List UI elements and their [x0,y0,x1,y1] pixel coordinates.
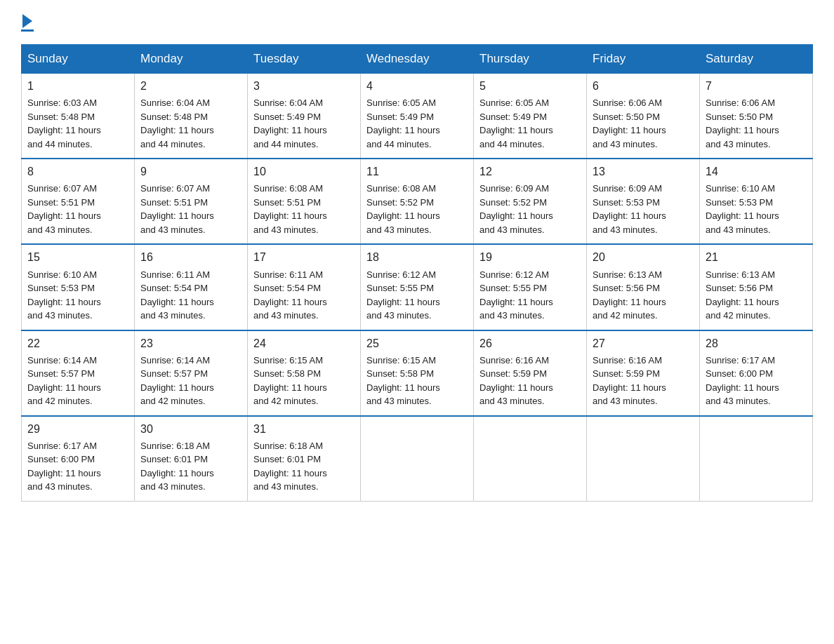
calendar-cell: 15Sunrise: 6:10 AMSunset: 5:53 PMDayligh… [22,244,135,330]
day-info: Sunrise: 6:05 AMSunset: 5:49 PMDaylight:… [366,96,468,151]
day-info: Sunrise: 6:03 AMSunset: 5:48 PMDaylight:… [27,96,128,151]
day-number: 8 [27,163,128,180]
day-info: Sunrise: 6:04 AMSunset: 5:49 PMDaylight:… [253,96,355,151]
day-number: 23 [140,335,241,351]
calendar-cell: 24Sunrise: 6:15 AMSunset: 5:58 PMDayligh… [248,330,361,416]
day-number: 24 [253,335,355,351]
day-info: Sunrise: 6:18 AMSunset: 6:01 PMDaylight:… [140,439,241,494]
day-info: Sunrise: 6:06 AMSunset: 5:50 PMDaylight:… [593,96,694,151]
day-number: 11 [366,163,468,180]
calendar-cell: 28Sunrise: 6:17 AMSunset: 6:00 PMDayligh… [700,330,813,416]
calendar-cell: 2Sunrise: 6:04 AMSunset: 5:48 PMDaylight… [135,74,248,159]
calendar-header-saturday: Saturday [700,45,813,74]
day-number: 31 [253,421,355,437]
calendar-cell: 17Sunrise: 6:11 AMSunset: 5:54 PMDayligh… [248,244,361,330]
calendar-header-wednesday: Wednesday [361,45,474,74]
calendar-header-sunday: Sunday [22,45,135,74]
day-info: Sunrise: 6:14 AMSunset: 5:57 PMDaylight:… [140,354,241,408]
day-info: Sunrise: 6:15 AMSunset: 5:58 PMDaylight:… [253,354,355,408]
calendar-cell: 14Sunrise: 6:10 AMSunset: 5:53 PMDayligh… [700,159,813,244]
day-info: Sunrise: 6:04 AMSunset: 5:48 PMDaylight:… [140,96,241,151]
calendar-cell: 31Sunrise: 6:18 AMSunset: 6:01 PMDayligh… [248,416,361,502]
day-info: Sunrise: 6:10 AMSunset: 5:53 PMDaylight:… [706,182,807,236]
day-number: 26 [479,335,581,351]
day-info: Sunrise: 6:17 AMSunset: 6:00 PMDaylight:… [27,439,128,494]
day-info: Sunrise: 6:12 AMSunset: 5:55 PMDaylight:… [366,268,468,323]
day-number: 21 [706,249,807,265]
calendar-cell: 5Sunrise: 6:05 AMSunset: 5:49 PMDaylight… [474,74,587,159]
calendar-cell: 13Sunrise: 6:09 AMSunset: 5:53 PMDayligh… [587,159,700,244]
day-info: Sunrise: 6:05 AMSunset: 5:49 PMDaylight:… [479,96,581,151]
calendar-cell [474,416,587,502]
logo-underline [21,29,34,32]
calendar-cell: 11Sunrise: 6:08 AMSunset: 5:52 PMDayligh… [361,159,474,244]
day-number: 17 [253,249,355,265]
day-number: 30 [140,421,241,437]
day-info: Sunrise: 6:08 AMSunset: 5:52 PMDaylight:… [366,182,468,236]
day-number: 27 [593,335,694,351]
day-info: Sunrise: 6:07 AMSunset: 5:51 PMDaylight:… [140,182,241,236]
calendar-header-tuesday: Tuesday [248,45,361,74]
calendar-cell: 23Sunrise: 6:14 AMSunset: 5:57 PMDayligh… [135,330,248,416]
calendar-header-thursday: Thursday [474,45,587,74]
day-info: Sunrise: 6:14 AMSunset: 5:57 PMDaylight:… [27,354,128,408]
logo-arrow-icon [22,14,32,28]
calendar-week-row: 1Sunrise: 6:03 AMSunset: 5:48 PMDaylight… [22,74,813,159]
day-number: 19 [479,249,581,265]
calendar-cell: 7Sunrise: 6:06 AMSunset: 5:50 PMDaylight… [700,74,813,159]
day-number: 3 [253,78,355,94]
day-number: 25 [366,335,468,351]
day-number: 28 [706,335,807,351]
day-number: 2 [140,78,241,94]
calendar-header-row: SundayMondayTuesdayWednesdayThursdayFrid… [22,45,813,74]
day-info: Sunrise: 6:07 AMSunset: 5:51 PMDaylight:… [27,182,128,236]
day-number: 4 [366,78,468,94]
calendar-table: SundayMondayTuesdayWednesdayThursdayFrid… [21,44,813,502]
day-info: Sunrise: 6:15 AMSunset: 5:58 PMDaylight:… [366,354,468,408]
calendar-cell: 30Sunrise: 6:18 AMSunset: 6:01 PMDayligh… [135,416,248,502]
day-info: Sunrise: 6:06 AMSunset: 5:50 PMDaylight:… [706,96,807,151]
calendar-cell: 27Sunrise: 6:16 AMSunset: 5:59 PMDayligh… [587,330,700,416]
page-header [21,14,813,32]
calendar-cell: 26Sunrise: 6:16 AMSunset: 5:59 PMDayligh… [474,330,587,416]
day-info: Sunrise: 6:08 AMSunset: 5:51 PMDaylight:… [253,182,355,236]
calendar-cell: 22Sunrise: 6:14 AMSunset: 5:57 PMDayligh… [22,330,135,416]
day-info: Sunrise: 6:11 AMSunset: 5:54 PMDaylight:… [140,268,241,323]
calendar-cell [361,416,474,502]
calendar-cell: 16Sunrise: 6:11 AMSunset: 5:54 PMDayligh… [135,244,248,330]
day-number: 5 [479,78,581,94]
day-info: Sunrise: 6:13 AMSunset: 5:56 PMDaylight:… [593,268,694,323]
day-number: 15 [27,249,128,265]
calendar-cell: 10Sunrise: 6:08 AMSunset: 5:51 PMDayligh… [248,159,361,244]
day-number: 18 [366,249,468,265]
calendar-cell: 3Sunrise: 6:04 AMSunset: 5:49 PMDaylight… [248,74,361,159]
day-info: Sunrise: 6:16 AMSunset: 5:59 PMDaylight:… [479,354,581,408]
day-number: 9 [140,163,241,180]
day-info: Sunrise: 6:09 AMSunset: 5:52 PMDaylight:… [479,182,581,236]
day-info: Sunrise: 6:13 AMSunset: 5:56 PMDaylight:… [706,268,807,323]
calendar-cell: 25Sunrise: 6:15 AMSunset: 5:58 PMDayligh… [361,330,474,416]
calendar-header-monday: Monday [135,45,248,74]
day-info: Sunrise: 6:10 AMSunset: 5:53 PMDaylight:… [27,268,128,323]
day-number: 20 [593,249,694,265]
calendar-week-row: 22Sunrise: 6:14 AMSunset: 5:57 PMDayligh… [22,330,813,416]
calendar-cell [700,416,813,502]
day-info: Sunrise: 6:17 AMSunset: 6:00 PMDaylight:… [706,354,807,408]
calendar-week-row: 15Sunrise: 6:10 AMSunset: 5:53 PMDayligh… [22,244,813,330]
calendar-cell: 21Sunrise: 6:13 AMSunset: 5:56 PMDayligh… [700,244,813,330]
day-number: 7 [706,78,807,94]
calendar-cell: 19Sunrise: 6:12 AMSunset: 5:55 PMDayligh… [474,244,587,330]
calendar-cell [587,416,700,502]
day-info: Sunrise: 6:09 AMSunset: 5:53 PMDaylight:… [593,182,694,236]
day-number: 12 [479,163,581,180]
calendar-cell: 9Sunrise: 6:07 AMSunset: 5:51 PMDaylight… [135,159,248,244]
day-info: Sunrise: 6:12 AMSunset: 5:55 PMDaylight:… [479,268,581,323]
day-info: Sunrise: 6:18 AMSunset: 6:01 PMDaylight:… [253,439,355,494]
logo [21,14,34,32]
calendar-cell: 20Sunrise: 6:13 AMSunset: 5:56 PMDayligh… [587,244,700,330]
day-number: 29 [27,421,128,437]
day-number: 10 [253,163,355,180]
calendar-week-row: 8Sunrise: 6:07 AMSunset: 5:51 PMDaylight… [22,159,813,244]
day-number: 13 [593,163,694,180]
calendar-header-friday: Friday [587,45,700,74]
